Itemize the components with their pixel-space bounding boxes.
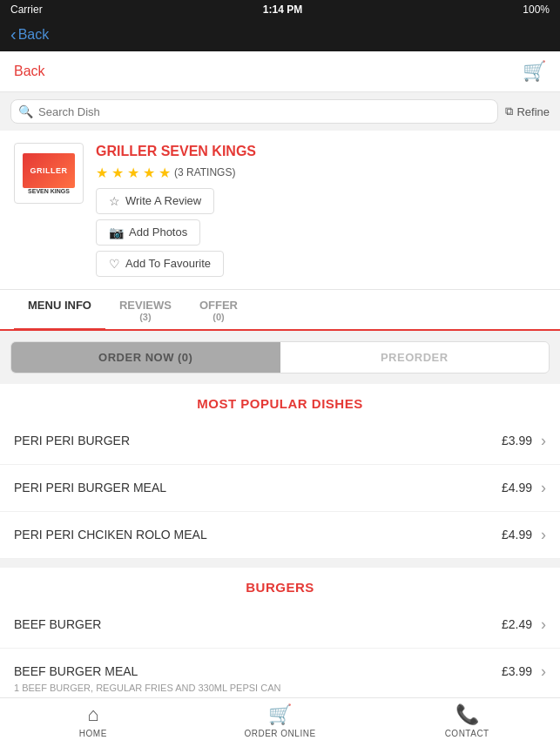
star-icon-1: ★ <box>96 165 108 181</box>
tab-reviews-label: REVIEWS <box>119 299 172 312</box>
menu-item-right: £3.99 › <box>502 432 546 450</box>
menu-item-right: £3.99 › <box>502 663 546 681</box>
menu-item-right: £2.49 › <box>502 616 546 634</box>
menu-item-price: £3.99 <box>502 664 532 678</box>
carrier-label: Carrier <box>10 3 43 16</box>
add-favourite-button[interactable]: ♡ Add To Favourite <box>96 251 224 277</box>
preorder-tab[interactable]: PREORDER <box>280 342 550 373</box>
menu-item[interactable]: PERI PERI CHCIKEN ROLO MEAL £4.99 › <box>0 512 560 559</box>
order-now-tab[interactable]: ORDER NOW (0) <box>11 342 280 373</box>
star-small-icon: ☆ <box>109 194 120 208</box>
menu-item-name: PERI PERI CHCIKEN ROLO MEAL <box>14 528 207 542</box>
tab-menu-info-label: MENU INFO <box>28 299 91 312</box>
write-review-button[interactable]: ☆ Write A Review <box>96 188 214 214</box>
menu-item-price: £4.99 <box>502 481 532 495</box>
add-photos-button[interactable]: 📷 Add Photos <box>96 219 200 246</box>
tab-contact[interactable]: 📞 CONTACT <box>432 703 502 738</box>
menu-item-name: PERI PERI BURGER <box>14 434 130 448</box>
write-review-label: Write A Review <box>125 194 201 207</box>
chevron-right-icon: › <box>541 526 546 544</box>
tab-home-label: HOME <box>79 729 107 738</box>
menu-item-price: £4.99 <box>502 528 532 542</box>
ratings-count: (3 RATINGS) <box>174 166 235 178</box>
star-icon-2: ★ <box>111 165 124 181</box>
back-chevron-icon: ‹ <box>10 24 17 44</box>
burgers-section: BURGERS BEEF BURGER £2.49 › BEEF BURGER … <box>0 568 560 708</box>
burgers-title: BURGERS <box>0 568 560 602</box>
order-type-tabs: ORDER NOW (0) PREORDER <box>10 341 550 374</box>
ios-back-label: Back <box>18 27 50 43</box>
menu-item-name: BEEF BURGER MEAL <box>14 664 138 678</box>
restaurant-info: GRILLER SEVEN KINGS GRILLER SEVEN KINGS … <box>0 131 560 290</box>
menu-item[interactable]: PERI PERI BURGER MEAL £4.99 › <box>0 465 560 512</box>
cart-icon[interactable]: 🛒 <box>523 60 546 83</box>
menu-item[interactable]: PERI PERI BURGER £3.99 › <box>0 418 560 465</box>
action-buttons: ☆ Write A Review 📷 Add Photos ♡ Add To F… <box>96 188 546 277</box>
section-spacer <box>0 559 560 568</box>
tabs-row: MENU INFO REVIEWS (3) OFFER (0) <box>0 290 560 331</box>
tab-offer[interactable]: OFFER (0) <box>186 290 252 329</box>
status-bar: Carrier 1:14 PM 100% <box>0 0 560 19</box>
restaurant-details: GRILLER SEVEN KINGS ★ ★ ★ ★ ★ (3 RATINGS… <box>96 143 546 277</box>
tab-menu-info[interactable]: MENU INFO <box>14 290 105 331</box>
menu-item-right: £4.99 › <box>502 479 546 497</box>
filter-icon: ⧉ <box>505 104 513 118</box>
search-input-wrapper: 🔍 <box>10 99 498 124</box>
time-label: 1:14 PM <box>263 3 302 16</box>
chevron-right-icon: › <box>541 432 546 450</box>
menu-item-price: £3.99 <box>502 434 532 448</box>
star-icon-4: ★ <box>143 165 155 181</box>
chevron-right-icon: › <box>541 616 546 634</box>
battery-label: 100% <box>523 3 550 16</box>
menu-item-name: BEEF BURGER <box>14 617 101 631</box>
bottom-tab-bar: ⌂ HOME 🛒 ORDER ONLINE 📞 CONTACT <box>0 697 560 747</box>
ios-back-button[interactable]: ‹ Back <box>10 24 49 44</box>
tab-reviews-count: (3) <box>119 312 172 322</box>
search-bar-row: 🔍 ⧉ Refine <box>0 92 560 131</box>
menu-item-right: £4.99 › <box>502 526 546 544</box>
restaurant-name: GRILLER SEVEN KINGS <box>96 143 546 161</box>
app-header: Back 🛒 <box>0 51 560 92</box>
search-input[interactable] <box>38 105 490 118</box>
ios-navigation-bar: ‹ Back <box>0 19 560 51</box>
cart-tab-icon: 🛒 <box>268 703 292 726</box>
refine-label: Refine <box>516 105 550 118</box>
camera-icon: 📷 <box>109 225 124 239</box>
add-photos-label: Add Photos <box>129 225 187 239</box>
menu-item[interactable]: BEEF BURGER £2.49 › <box>0 602 560 649</box>
tab-order-online-label: ORDER ONLINE <box>244 729 315 738</box>
tab-order-online[interactable]: 🛒 ORDER ONLINE <box>244 703 315 738</box>
chevron-right-icon: › <box>541 663 546 681</box>
menu-item-price: £2.49 <box>502 617 532 631</box>
star-icon-3: ★ <box>127 165 139 181</box>
most-popular-title: MOST POPULAR DISHES <box>0 384 560 418</box>
add-favourite-label: Add To Favourite <box>125 257 211 270</box>
tab-offer-count: (0) <box>199 312 238 322</box>
header-back-button[interactable]: Back <box>14 64 45 79</box>
rating-row: ★ ★ ★ ★ ★ (3 RATINGS) <box>96 165 546 181</box>
tab-reviews[interactable]: REVIEWS (3) <box>105 290 186 329</box>
tab-contact-label: CONTACT <box>445 729 489 738</box>
home-icon: ⌂ <box>87 703 98 726</box>
refine-button[interactable]: ⧉ Refine <box>505 104 550 118</box>
restaurant-logo: GRILLER SEVEN KINGS <box>14 143 84 204</box>
menu-item-name: PERI PERI BURGER MEAL <box>14 481 166 495</box>
star-icon-5: ★ <box>159 165 171 181</box>
search-icon: 🔍 <box>18 104 33 118</box>
menu-item-description: 1 BEEF BURGER, REGULAR FRIES AND 330ML P… <box>14 683 280 693</box>
most-popular-section: MOST POPULAR DISHES PERI PERI BURGER £3.… <box>0 384 560 559</box>
chevron-right-icon: › <box>541 479 546 497</box>
tab-offer-label: OFFER <box>199 299 238 312</box>
heart-icon: ♡ <box>109 257 120 271</box>
phone-icon: 📞 <box>455 703 479 726</box>
tab-home[interactable]: ⌂ HOME <box>58 703 128 738</box>
